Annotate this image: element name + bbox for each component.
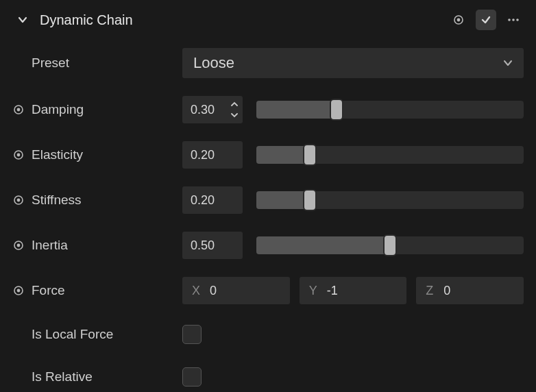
preset-row: Preset Loose [12,48,524,78]
force-z-input[interactable]: Z 0 [416,277,524,304]
force-x-input[interactable]: X 0 [182,277,290,304]
elasticity-number-input[interactable]: 0.20 [182,141,243,169]
enable-toggle[interactable] [476,10,496,30]
record-toggle[interactable] [448,10,469,30]
force-label: Force [32,283,182,298]
inertia-label: Inertia [32,238,182,253]
radio-dot-icon [13,240,24,251]
elasticity-value-text: 0.20 [191,148,215,162]
inertia-slider-thumb[interactable] [383,234,397,256]
radio-dot-icon [13,285,24,296]
more-menu-button[interactable] [503,10,524,30]
preset-dropdown[interactable]: Loose [182,48,524,78]
force-x-value: 0 [210,284,217,298]
inertia-slider[interactable] [256,236,524,254]
inertia-value-text: 0.50 [191,238,215,253]
preset-value: Loose [193,54,234,72]
damping-step-up[interactable] [228,99,241,109]
stiffness-row: Stiffness 0.20 [12,186,524,214]
panel-header: Dynamic Chain [12,10,524,30]
damping-value-text: 0.30 [191,103,215,117]
panel-title: Dynamic Chain [40,12,133,28]
force-y-value: -1 [327,284,338,298]
more-horizontal-icon [507,18,520,22]
stiffness-slider[interactable] [256,191,524,209]
damping-keyframe-toggle[interactable] [12,103,25,116]
elasticity-slider[interactable] [256,146,524,164]
radio-dot-icon [13,104,24,115]
stiffness-slider-fill [256,191,310,209]
stiffness-keyframe-toggle[interactable] [12,194,25,206]
elasticity-keyframe-toggle[interactable] [12,149,25,161]
collapse-toggle[interactable] [12,10,33,30]
is-relative-row: Is Relative [12,365,524,389]
force-y-axis-label: Y [309,284,319,298]
elasticity-row: Elasticity 0.20 [12,141,524,169]
preset-label: Preset [32,56,182,71]
damping-spinner [228,96,241,123]
damping-slider-fill [256,101,337,119]
elasticity-slider-fill [256,146,310,164]
svg-point-2 [508,19,511,21]
inertia-number-input[interactable]: 0.50 [182,232,243,259]
damping-slider[interactable] [256,101,524,119]
damping-label: Damping [32,102,182,117]
force-z-value: 0 [443,284,450,298]
damping-step-down[interactable] [228,110,241,120]
svg-point-1 [457,19,461,22]
damping-number-input[interactable]: 0.30 [182,96,243,123]
elasticity-label: Elasticity [32,147,182,162]
chevron-down-icon [18,15,27,25]
svg-point-8 [17,154,21,157]
inertia-row: Inertia 0.50 [12,232,524,259]
stiffness-number-input[interactable]: 0.20 [182,186,243,214]
dynamic-chain-panel: Dynamic Chain Preset Loose [0,0,536,392]
svg-point-6 [17,108,21,112]
stiffness-slider-thumb[interactable] [303,189,317,211]
radio-dot-icon [13,149,24,160]
damping-row: Damping 0.30 [12,96,524,123]
damping-slider-thumb[interactable] [330,99,343,121]
radio-dot-icon [453,14,464,25]
force-keyframe-toggle[interactable] [12,284,25,297]
is-local-force-label: Is Local Force [32,327,182,342]
is-relative-label: Is Relative [32,369,182,384]
check-icon [480,14,491,25]
force-row: Force X 0 Y -1 Z 0 [12,277,524,304]
radio-dot-icon [13,195,24,206]
stiffness-label: Stiffness [32,193,182,208]
chevron-down-icon [503,58,513,68]
svg-point-14 [17,289,21,293]
elasticity-slider-thumb[interactable] [303,144,317,166]
svg-point-10 [17,199,21,202]
chevron-down-icon [231,112,238,118]
inertia-slider-fill [256,236,390,254]
svg-point-4 [516,19,519,21]
is-local-force-row: Is Local Force [12,322,524,347]
force-z-axis-label: Z [426,284,435,298]
svg-point-12 [17,244,21,247]
force-y-input[interactable]: Y -1 [300,277,407,304]
is-relative-checkbox[interactable] [182,367,202,387]
force-x-axis-label: X [192,284,202,298]
chevron-up-icon [231,101,238,107]
is-local-force-checkbox[interactable] [182,325,202,344]
svg-point-3 [512,19,515,21]
stiffness-value-text: 0.20 [191,193,215,208]
inertia-keyframe-toggle[interactable] [12,239,25,252]
